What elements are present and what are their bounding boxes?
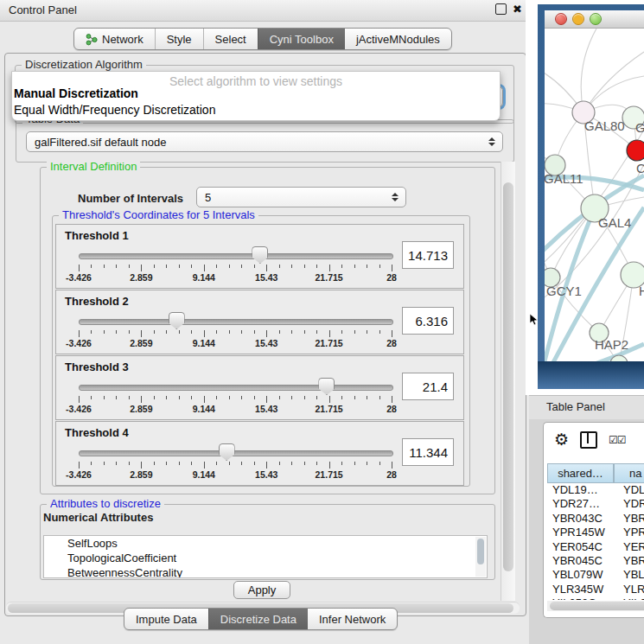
thresholds-group: Threshold's Coordinates for 5 Intervals … <box>52 215 470 487</box>
attributes-scrollbar[interactable] <box>475 537 486 577</box>
attribute-list-item[interactable]: TopologicalCoefficient <box>44 551 487 565</box>
threshold-slider-thumb[interactable] <box>219 443 235 461</box>
threshold-value-field[interactable]: 21.4 <box>402 373 454 400</box>
table-row[interactable]: YER054CYER0 <box>547 540 644 554</box>
cell-name[interactable]: YDR2 <box>619 497 644 511</box>
cell-shared-name[interactable]: YBR043C <box>547 512 619 526</box>
tab-network[interactable]: Network <box>74 29 155 49</box>
cell-shared-name[interactable]: YPR145W <box>547 526 619 539</box>
cell-shared-name[interactable]: YER054C <box>547 540 619 554</box>
table-horizontal-scrollbar[interactable] <box>547 601 644 611</box>
split-columns-icon[interactable] <box>580 431 597 449</box>
table-row[interactable]: YIL052CYIL0 <box>547 596 644 600</box>
panel-vertical-scrollbar[interactable] <box>501 162 515 601</box>
attribute-list-item[interactable]: SelfLoops <box>44 536 487 551</box>
float-window-icon[interactable] <box>495 3 507 15</box>
threshold-panel-4: Threshold 4-3.4262.8599.14415.4321.71528… <box>55 421 464 486</box>
column-header-shared-name[interactable]: shared… <box>547 463 614 483</box>
numerical-attributes-list[interactable]: SelfLoopsTopologicalCoefficientBetweenne… <box>43 535 488 578</box>
cell-shared-name[interactable]: YLR345W <box>547 583 619 596</box>
minimize-traffic-light[interactable] <box>572 13 584 25</box>
network-node-label: HAP2 <box>595 337 628 352</box>
threshold-panel-2: Threshold 2-3.4262.8599.14415.4321.71528… <box>55 290 464 354</box>
slider-tick-labels: -3.4262.8599.14415.4321.71528 <box>79 469 392 481</box>
network-node-label: GAL4 <box>598 215 631 230</box>
threshold-label: Threshold 1 <box>65 229 129 242</box>
tab-label: Select <box>215 33 246 46</box>
table-row[interactable]: YDR27…YDR2 <box>547 497 644 511</box>
slider-ticks <box>79 265 392 271</box>
cell-name[interactable]: YBR0 <box>619 512 644 526</box>
threshold-label: Threshold 4 <box>65 426 129 439</box>
tab-impute-data[interactable]: Impute Data <box>124 609 208 629</box>
app-root: Control Panel ✖ NetworkStyleSelectCyni T… <box>0 0 644 644</box>
cell-shared-name[interactable]: YDR27… <box>547 497 619 511</box>
apply-button[interactable]: Apply <box>233 581 290 599</box>
tab-select[interactable]: Select <box>203 29 258 49</box>
close-traffic-light[interactable] <box>555 13 567 25</box>
mouse-cursor <box>529 314 539 326</box>
slider-tick-labels: -3.4262.8599.14415.4321.71528 <box>79 338 392 350</box>
table-rows: YDL19…YDL1YDR27…YDR2YBR043CYBR0YPR145WYP… <box>547 483 644 600</box>
cell-name[interactable]: YPR1 <box>619 526 644 539</box>
popup-item-manual-discretization[interactable]: Manual Discretization <box>14 86 138 100</box>
cell-name[interactable]: YBL0 <box>619 568 644 582</box>
slider-tick-labels: -3.4262.8599.14415.4321.71528 <box>79 404 392 416</box>
slider-tick-labels: -3.4262.8599.14415.4321.71528 <box>79 272 392 284</box>
threshold-value-field[interactable]: 11.344 <box>402 438 454 466</box>
cell-name[interactable]: YBR0 <box>619 554 644 568</box>
network-node[interactable] <box>627 140 644 161</box>
threshold-slider-track[interactable] <box>79 450 393 456</box>
cell-name[interactable]: YER0 <box>619 540 644 554</box>
table-row[interactable]: YBR045CYBR0 <box>547 554 644 568</box>
control-panel: Control Panel ✖ NetworkStyleSelectCyni T… <box>0 0 529 644</box>
table-header-row: shared… na <box>547 463 644 483</box>
close-icon[interactable]: ✖ <box>513 3 522 16</box>
bottom-tab-bar: Impute DataDiscretize DataInfer Network <box>124 608 398 630</box>
tab-cyni-toolbox[interactable]: Cyni Toolbox <box>258 29 345 49</box>
threshold-label: Threshold 3 <box>65 360 129 373</box>
table-row[interactable]: YPR145WYPR1 <box>547 526 644 539</box>
table-row[interactable]: YBR043CYBR0 <box>547 512 644 526</box>
column-header-name[interactable]: na <box>614 463 644 483</box>
threshold-slider-thumb[interactable] <box>169 312 185 329</box>
tab-infer-network[interactable]: Infer Network <box>308 609 397 629</box>
tab-label: Cyni Toolbox <box>270 33 334 46</box>
gear-icon[interactable]: ⚙ <box>554 431 569 449</box>
network-node-label: GAL80 <box>584 118 625 133</box>
interval-definition-title: Interval Definition <box>47 160 140 173</box>
number-of-intervals-select[interactable]: 5 <box>196 187 406 207</box>
cell-name[interactable]: YIL0 <box>619 596 644 600</box>
cell-shared-name[interactable]: YIL052C <box>547 596 619 600</box>
cell-name[interactable]: YLR3 <box>619 583 644 596</box>
network-canvas[interactable]: GAL80GACGAL11GAL4GCY1HHAP2 <box>545 29 644 361</box>
tab-discretize-data[interactable]: Discretize Data <box>208 609 308 629</box>
cell-shared-name[interactable]: YBR045C <box>547 554 619 568</box>
control-panel-title: Control Panel <box>9 3 77 16</box>
tab-label: jActiveMNodules <box>356 33 440 46</box>
threshold-slider-thumb[interactable] <box>252 246 268 264</box>
threshold-slider-track[interactable] <box>79 385 393 391</box>
numerical-attributes-label: Numerical Attributes <box>43 511 153 524</box>
tab-jactivemnodules[interactable]: jActiveMNodules <box>345 29 451 49</box>
cell-shared-name[interactable]: YDL19… <box>547 483 619 497</box>
table-row[interactable]: YBL079WYBL0 <box>547 568 644 582</box>
cell-shared-name[interactable]: YBL079W <box>547 568 619 582</box>
cell-name[interactable]: YDL1 <box>619 483 644 497</box>
checkboxes-icon[interactable]: ☑☑ <box>609 434 626 446</box>
popup-item-equal-width[interactable]: Equal Width/Frequency Discretization <box>14 103 215 117</box>
table-data-select[interactable]: galFiltered.sif default node <box>26 131 503 152</box>
table-row[interactable]: YDL19…YDL1 <box>547 483 644 497</box>
attribute-list-item[interactable]: BetweennessCentrality <box>44 565 487 578</box>
table-row[interactable]: YLR345WYLR3 <box>547 583 644 596</box>
zoom-traffic-light[interactable] <box>590 13 602 25</box>
network-edge[interactable] <box>583 52 644 112</box>
table-toolbar: ⚙ ☑☑ <box>544 423 644 457</box>
tab-style[interactable]: Style <box>155 29 203 49</box>
threshold-value-field[interactable]: 14.713 <box>402 241 454 269</box>
threshold-value-field[interactable]: 6.316 <box>402 307 454 335</box>
network-window-titlebar[interactable] <box>545 10 644 29</box>
threshold-slider-track[interactable] <box>79 253 393 259</box>
threshold-slider-track[interactable] <box>79 319 393 325</box>
threshold-slider-thumb[interactable] <box>318 378 335 395</box>
